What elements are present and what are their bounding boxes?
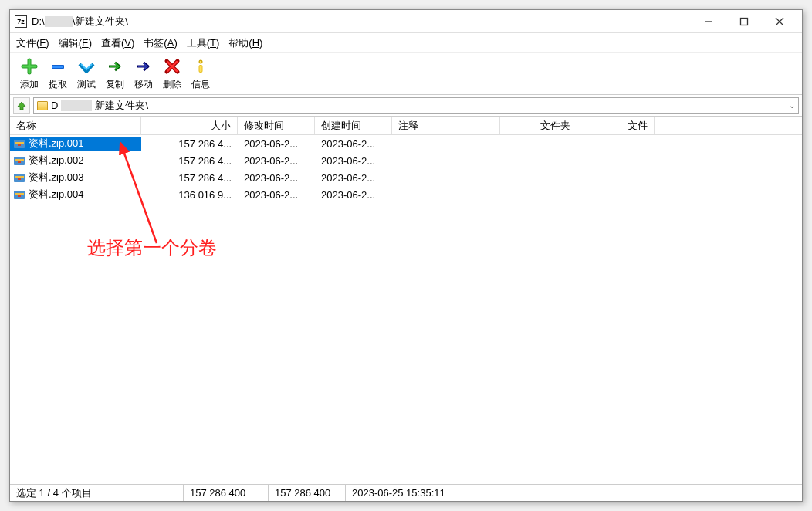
menu-edit[interactable]: 编辑(E): [59, 36, 92, 50]
close-button[interactable]: [762, 10, 797, 33]
chevron-down-icon[interactable]: ⌄: [789, 101, 795, 110]
title-redacted: [45, 16, 73, 27]
info-label: 信息: [191, 78, 210, 91]
minimize-button[interactable]: [691, 10, 726, 33]
info-icon: [192, 56, 209, 76]
svg-rect-1: [741, 18, 748, 25]
col-file[interactable]: 文件: [577, 117, 655, 134]
archive-icon: [13, 188, 25, 201]
up-button[interactable]: [13, 97, 30, 114]
test-button[interactable]: 测试: [73, 56, 100, 91]
file-name: 资料.zip.001: [29, 137, 84, 151]
file-modified: 2023-06-2...: [238, 189, 315, 201]
delete-button[interactable]: 删除: [159, 56, 185, 91]
file-name: 资料.zip.004: [29, 188, 84, 201]
move-icon: [135, 56, 152, 76]
svg-point-8: [200, 61, 202, 63]
title-prefix: D:\: [32, 15, 45, 27]
column-headers: 名称 大小 修改时间 创建时间 注释 文件夹 文件: [10, 117, 802, 135]
test-icon: [78, 56, 95, 76]
test-label: 测试: [77, 78, 96, 91]
status-size1: 157 286 400: [184, 485, 269, 501]
move-label: 移动: [134, 78, 153, 91]
file-modified: 2023-06-2...: [238, 138, 315, 150]
move-button[interactable]: 移动: [130, 56, 157, 91]
col-folder[interactable]: 文件夹: [500, 117, 577, 134]
close-icon: [775, 17, 784, 26]
file-row[interactable]: 资料.zip.004136 016 9...2023-06-2...2023-0…: [10, 186, 802, 203]
archive-icon: [13, 171, 25, 184]
add-button[interactable]: 添加: [16, 56, 42, 91]
svg-rect-5: [52, 66, 63, 68]
file-size: 136 016 9...: [141, 189, 238, 201]
toolbar: 添加 提取 测试 复制 移动: [10, 53, 802, 95]
menu-tools[interactable]: 工具(T): [187, 36, 220, 50]
archive-icon: [13, 154, 25, 167]
file-row[interactable]: 资料.zip.003157 286 4...2023-06-2...2023-0…: [10, 169, 802, 186]
col-name[interactable]: 名称: [10, 117, 141, 134]
copy-button[interactable]: 复制: [102, 56, 128, 91]
up-icon: [16, 100, 27, 111]
file-name-cell[interactable]: 资料.zip.001: [10, 137, 141, 151]
col-comment[interactable]: 注释: [392, 117, 500, 134]
file-name: 资料.zip.003: [29, 171, 84, 184]
svg-rect-14: [15, 159, 24, 161]
menu-help[interactable]: 帮助(H): [228, 36, 262, 50]
col-modified[interactable]: 修改时间: [238, 117, 315, 134]
status-datetime: 2023-06-25 15:35:11: [346, 485, 452, 501]
extract-button[interactable]: 提取: [45, 56, 71, 91]
file-created: 2023-06-2...: [315, 189, 392, 201]
menu-bookmark[interactable]: 书签(A): [144, 36, 177, 50]
file-name-cell[interactable]: 资料.zip.002: [10, 154, 141, 168]
file-created: 2023-06-2...: [315, 155, 392, 167]
file-row[interactable]: 资料.zip.002157 286 4...2023-06-2...2023-0…: [10, 152, 802, 169]
file-modified: 2023-06-2...: [238, 155, 315, 167]
maximize-icon: [739, 17, 749, 26]
col-created[interactable]: 创建时间: [315, 117, 392, 134]
window-title: D:\\新建文件夹\: [32, 15, 691, 29]
info-button[interactable]: 信息: [188, 56, 214, 91]
app-icon: 7z: [15, 15, 27, 28]
add-label: 添加: [20, 78, 39, 91]
folder-icon: [37, 101, 48, 110]
svg-rect-20: [15, 193, 24, 195]
maximize-button[interactable]: [726, 10, 762, 33]
svg-rect-17: [15, 176, 24, 178]
copy-label: 复制: [106, 78, 124, 91]
extract-label: 提取: [49, 78, 67, 91]
copy-icon: [107, 56, 123, 76]
file-list[interactable]: 资料.zip.001157 286 4...2023-06-2...2023-0…: [10, 135, 802, 484]
status-selection: 选定 1 / 4 个项目: [10, 485, 184, 501]
address-suffix: 新建文件夹\: [95, 99, 148, 113]
minimize-icon: [704, 17, 713, 26]
file-size: 157 286 4...: [141, 172, 238, 184]
col-size[interactable]: 大小: [141, 117, 238, 134]
menu-file[interactable]: 文件(F): [16, 36, 49, 50]
svg-rect-18: [18, 178, 21, 180]
file-name-cell[interactable]: 资料.zip.004: [10, 188, 141, 201]
menu-view[interactable]: 查看(V): [101, 36, 134, 50]
addressbar: D新建文件夹\ ⌄: [10, 95, 802, 117]
file-name: 资料.zip.002: [29, 154, 84, 168]
menubar: 文件(F) 编辑(E) 查看(V) 书签(A) 工具(T) 帮助(H): [10, 33, 802, 53]
extract-icon: [49, 56, 66, 76]
file-size: 157 286 4...: [141, 138, 238, 150]
statusbar: 选定 1 / 4 个项目 157 286 400 157 286 400 202…: [10, 484, 802, 501]
svg-rect-9: [200, 66, 202, 72]
titlebar: 7z D:\\新建文件夹\: [10, 10, 802, 33]
address-input[interactable]: D新建文件夹\ ⌄: [33, 97, 799, 114]
file-row[interactable]: 资料.zip.001157 286 4...2023-06-2...2023-0…: [10, 135, 802, 152]
archive-icon: [13, 137, 25, 150]
window-controls: [691, 10, 797, 33]
svg-rect-12: [18, 144, 21, 146]
file-modified: 2023-06-2...: [238, 172, 315, 184]
delete-label: 删除: [163, 78, 181, 91]
address-redacted: [61, 100, 92, 111]
svg-rect-15: [18, 161, 21, 163]
delete-icon: [164, 56, 181, 76]
svg-rect-11: [15, 142, 24, 144]
annotation-text: 选择第一个分卷: [87, 235, 217, 260]
address-prefix: D: [51, 100, 58, 111]
file-name-cell[interactable]: 资料.zip.003: [10, 171, 141, 184]
file-created: 2023-06-2...: [315, 172, 392, 184]
